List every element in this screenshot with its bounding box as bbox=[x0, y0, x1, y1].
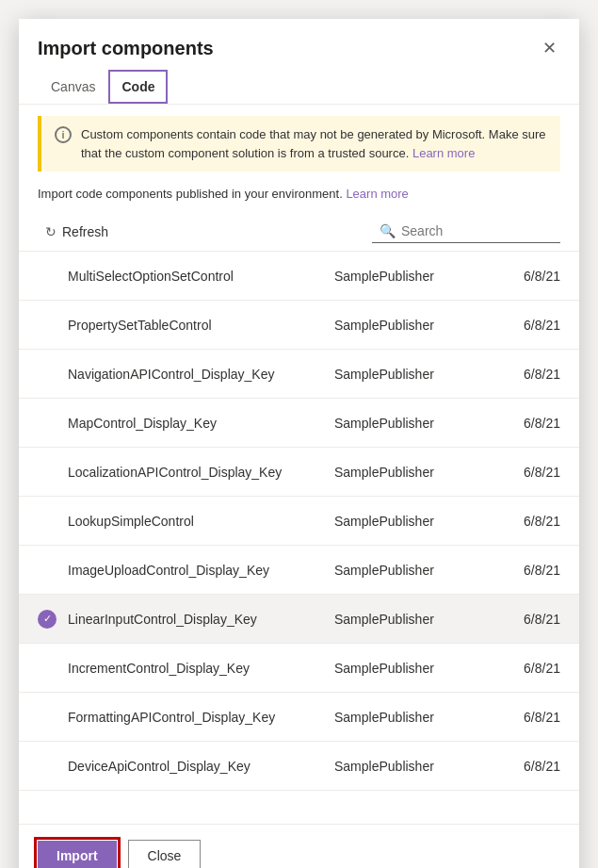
item-date: 6/8/21 bbox=[485, 661, 560, 676]
item-date: 6/8/21 bbox=[485, 269, 560, 284]
close-icon-button[interactable]: ✕ bbox=[539, 34, 560, 62]
dialog-title: Import components bbox=[38, 38, 214, 59]
item-name: DeviceApiControl_Display_Key bbox=[68, 759, 334, 774]
list-item[interactable]: LookupSimpleControl SamplePublisher 6/8/… bbox=[19, 497, 579, 546]
tab-canvas[interactable]: Canvas bbox=[38, 70, 108, 104]
dialog-footer: Import Close bbox=[19, 824, 579, 868]
refresh-button[interactable]: ↻ Refresh bbox=[38, 221, 116, 243]
close-button[interactable]: Close bbox=[128, 840, 202, 868]
item-publisher: SamplePublisher bbox=[334, 514, 485, 529]
list-item[interactable]: IncrementControl_Display_Key SamplePubli… bbox=[19, 644, 579, 693]
item-date: 6/8/21 bbox=[485, 710, 560, 725]
search-input[interactable] bbox=[401, 223, 552, 238]
item-check: ✓ bbox=[38, 610, 68, 629]
warning-banner: i Custom components contain code that ma… bbox=[38, 116, 560, 172]
item-publisher: SamplePublisher bbox=[334, 367, 485, 382]
refresh-icon: ↻ bbox=[45, 224, 57, 239]
search-icon: 🔍 bbox=[380, 223, 396, 238]
item-date: 6/8/21 bbox=[485, 465, 560, 480]
item-publisher: SamplePublisher bbox=[334, 318, 485, 333]
item-date: 6/8/21 bbox=[485, 612, 560, 627]
list-item[interactable]: ✓ LinearInputControl_Display_Key SampleP… bbox=[19, 595, 579, 644]
warning-text: Custom components contain code that may … bbox=[81, 125, 547, 162]
item-publisher: SamplePublisher bbox=[334, 563, 485, 578]
item-name: MultiSelectOptionSetControl bbox=[68, 269, 334, 284]
list-item[interactable]: NavigationAPIControl_Display_Key SampleP… bbox=[19, 350, 579, 399]
tab-code[interactable]: Code bbox=[108, 70, 168, 104]
info-icon: i bbox=[55, 126, 72, 143]
item-publisher: SamplePublisher bbox=[334, 661, 485, 676]
check-icon: ✓ bbox=[38, 610, 57, 629]
item-date: 6/8/21 bbox=[485, 416, 560, 431]
component-list: MultiSelectOptionSetControl SamplePublis… bbox=[19, 252, 579, 824]
import-button[interactable]: Import bbox=[38, 841, 117, 868]
item-name: ImageUploadControl_Display_Key bbox=[68, 563, 334, 578]
list-item[interactable]: FormattingAPIControl_Display_Key SampleP… bbox=[19, 693, 579, 742]
item-publisher: SamplePublisher bbox=[334, 416, 485, 431]
item-name: LocalizationAPIControl_Display_Key bbox=[68, 465, 334, 480]
toolbar: ↻ Refresh 🔍 bbox=[19, 212, 579, 252]
item-publisher: SamplePublisher bbox=[334, 465, 485, 480]
list-item[interactable]: MultiSelectOptionSetControl SamplePublis… bbox=[19, 252, 579, 301]
list-item[interactable]: DeviceApiControl_Display_Key SamplePubli… bbox=[19, 742, 579, 791]
info-bar: Import code components published in your… bbox=[19, 183, 579, 212]
item-name: MapControl_Display_Key bbox=[68, 416, 334, 431]
dialog-header: Import components ✕ bbox=[19, 19, 579, 70]
item-date: 6/8/21 bbox=[485, 563, 560, 578]
list-item[interactable]: MapControl_Display_Key SamplePublisher 6… bbox=[19, 399, 579, 448]
info-learn-more-link[interactable]: Learn more bbox=[346, 187, 408, 201]
item-publisher: SamplePublisher bbox=[334, 612, 485, 627]
item-date: 6/8/21 bbox=[485, 514, 560, 529]
item-name: LookupSimpleControl bbox=[68, 514, 334, 529]
item-date: 6/8/21 bbox=[485, 367, 560, 382]
item-date: 6/8/21 bbox=[485, 759, 560, 774]
close-icon: ✕ bbox=[542, 38, 557, 58]
tab-bar: Canvas Code bbox=[19, 70, 579, 105]
item-publisher: SamplePublisher bbox=[334, 710, 485, 725]
item-name: IncrementControl_Display_Key bbox=[68, 661, 334, 676]
warning-learn-more-link[interactable]: Learn more bbox=[412, 146, 475, 160]
item-publisher: SamplePublisher bbox=[334, 759, 485, 774]
item-date: 6/8/21 bbox=[485, 318, 560, 333]
item-name: FormattingAPIControl_Display_Key bbox=[68, 710, 334, 725]
list-item[interactable]: PropertySetTableControl SamplePublisher … bbox=[19, 301, 579, 350]
item-name: LinearInputControl_Display_Key bbox=[68, 612, 334, 627]
list-item[interactable]: ImageUploadControl_Display_Key SamplePub… bbox=[19, 546, 579, 595]
search-box: 🔍 bbox=[372, 220, 560, 243]
item-name: NavigationAPIControl_Display_Key bbox=[68, 367, 334, 382]
item-publisher: SamplePublisher bbox=[334, 269, 485, 284]
import-components-dialog: Import components ✕ Canvas Code i Custom… bbox=[19, 19, 579, 868]
list-item[interactable]: LocalizationAPIControl_Display_Key Sampl… bbox=[19, 448, 579, 497]
item-name: PropertySetTableControl bbox=[68, 318, 334, 333]
